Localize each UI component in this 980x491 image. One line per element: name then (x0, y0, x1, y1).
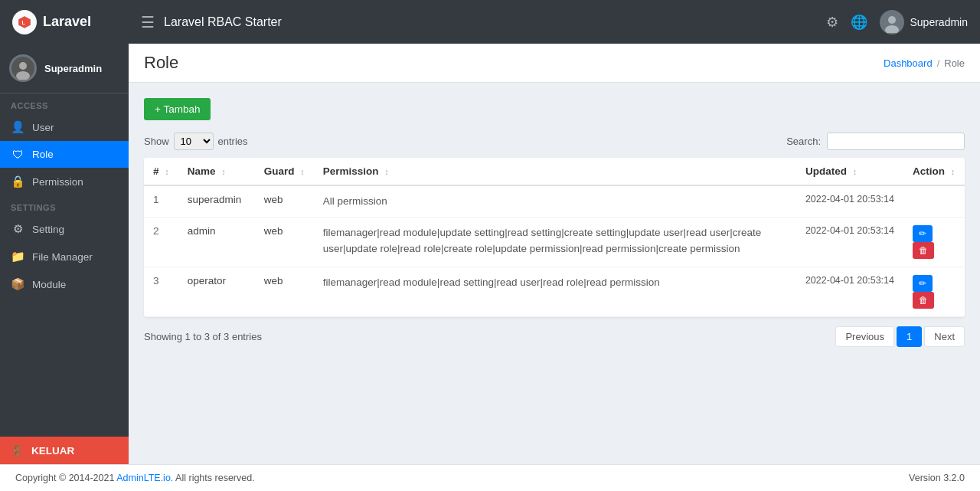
tambah-button[interactable]: + Tambah (144, 98, 211, 120)
app-title: Laravel RBAC Starter (164, 15, 826, 29)
nav-icons: ⚙ 🌐 Superadmin (826, 10, 969, 34)
cell-guard: web (255, 267, 314, 317)
svg-point-5 (19, 62, 27, 70)
keluar-label: KELUAR (31, 445, 74, 457)
next-page-button[interactable]: Next (924, 326, 965, 347)
showing-text: Showing 1 to 3 of 3 entries (144, 331, 262, 342)
show-select[interactable]: 10 25 50 100 (174, 133, 214, 150)
cell-action: ✏🗑 (903, 267, 965, 317)
edit-button[interactable]: ✏ (913, 275, 933, 292)
show-entries: Show 10 25 50 100 entries (144, 133, 248, 150)
hamburger-icon[interactable]: ☰ (141, 13, 155, 31)
cell-action: ✏🗑 (903, 218, 965, 267)
table-row: 2adminwebfilemanager|read module|update … (144, 218, 965, 267)
sidebar-item-permission[interactable]: 🔒 Permission (0, 168, 129, 195)
app-footer: Copyright © 2014-2021 AdminLTE.io. All r… (0, 464, 980, 491)
module-icon: 📦 (11, 277, 24, 291)
table-row: 1superadminwebAll permission2022-04-01 2… (144, 185, 965, 218)
sidebar-section-settings: SETTINGS ⚙ Setting 📁 File Manager 📦 Modu… (0, 195, 129, 298)
brand: L Laravel (12, 10, 141, 34)
delete-button[interactable]: 🗑 (913, 242, 934, 259)
sidebar-item-module[interactable]: 📦 Module (0, 270, 129, 298)
sidebar-section-access: ACCESS 👤 User 🛡 Role 🔒 Permission (0, 93, 129, 195)
footer-brand-link[interactable]: AdminLTE.io. (116, 473, 173, 483)
col-action[interactable]: Action ↕ (903, 158, 965, 185)
cell-permission: All permission (314, 185, 796, 218)
cell-updated: 2022-04-01 20:53:14 (796, 185, 903, 218)
user-name: Superadmin (910, 16, 969, 28)
edit-button[interactable]: ✏ (913, 225, 933, 242)
entries-label: entries (218, 136, 248, 147)
cell-guard: web (255, 218, 314, 267)
cell-updated: 2022-04-01 20:53:14 (796, 218, 903, 267)
user-badge[interactable]: Superadmin (880, 10, 969, 34)
sidebar-item-role[interactable]: 🛡 Role (0, 141, 129, 168)
sidebar-item-user[interactable]: 👤 User (0, 113, 129, 141)
footer-copyright: Copyright © 2014-2021 AdminLTE.io. All r… (15, 473, 255, 483)
sidebar-item-file-manager[interactable]: 📁 File Manager (0, 243, 129, 270)
datatable-footer: Showing 1 to 3 of 3 entries Previous 1 N… (144, 326, 965, 347)
cell-name: admin (178, 218, 255, 267)
cell-permission: filemanager|read module|update setting|r… (314, 218, 796, 267)
content-body: + Tambah Show 10 25 50 100 entries Searc… (129, 83, 980, 362)
delete-button[interactable]: 🗑 (913, 292, 934, 309)
svg-text:L: L (22, 19, 26, 25)
cell-name: operator (178, 267, 255, 317)
breadcrumb-home[interactable]: Dashboard (884, 57, 933, 69)
roles-table-wrapper: # ↕ Name ↕ Guard ↕ Permission ↕ Updated … (144, 158, 965, 317)
col-num[interactable]: # ↕ (144, 158, 178, 185)
sidebar-label-module: Module (32, 279, 66, 290)
sidebar-avatar (9, 54, 37, 82)
sidebar-item-setting[interactable]: ⚙ Setting (0, 215, 129, 243)
show-label: Show (144, 136, 169, 147)
brand-name: Laravel (43, 14, 91, 30)
table-row: 3operatorwebfilemanager|read module|read… (144, 267, 965, 317)
cell-permission: filemanager|read module|read setting|rea… (314, 267, 796, 317)
table-body: 1superadminwebAll permission2022-04-01 2… (144, 185, 965, 317)
page-title: Role (144, 53, 178, 73)
sidebar-username: Superadmin (44, 63, 102, 74)
main-content: Role Dashboard / Role + Tambah Show 10 2… (129, 44, 980, 464)
sidebar-label-setting: Setting (32, 224, 64, 235)
access-section-label: ACCESS (0, 93, 129, 113)
cell-name: superadmin (178, 185, 255, 218)
avatar (880, 10, 904, 34)
permission-icon: 🔒 (11, 175, 24, 188)
col-guard[interactable]: Guard ↕ (255, 158, 314, 185)
top-navbar: L Laravel ☰ Laravel RBAC Starter ⚙ 🌐 Sup… (0, 0, 980, 44)
sidebar-label-file-manager: File Manager (32, 251, 93, 263)
role-icon: 🛡 (11, 148, 24, 161)
roles-table: # ↕ Name ↕ Guard ↕ Permission ↕ Updated … (144, 158, 965, 317)
content-header: Role Dashboard / Role (129, 44, 980, 83)
sidebar-keluar[interactable]: 🚪 KELUAR (0, 437, 129, 464)
sidebar-label-user: User (32, 122, 54, 133)
breadcrumb-current: Role (944, 57, 965, 69)
cell-action (903, 185, 965, 218)
sidebar-user: Superadmin (0, 44, 129, 93)
datatable-controls: Show 10 25 50 100 entries Search: (144, 133, 965, 150)
footer-copyright-text: Copyright © 2014-2021 (15, 473, 116, 483)
breadcrumb: Dashboard / Role (884, 57, 965, 69)
prev-page-button[interactable]: Previous (835, 326, 894, 347)
page-1-button[interactable]: 1 (897, 326, 922, 347)
globe-icon[interactable]: 🌐 (851, 14, 867, 31)
brand-logo: L (12, 10, 37, 34)
user-icon: 👤 (11, 120, 24, 134)
cell-updated: 2022-04-01 20:53:14 (796, 267, 903, 317)
col-updated[interactable]: Updated ↕ (796, 158, 903, 185)
table-header-row: # ↕ Name ↕ Guard ↕ Permission ↕ Updated … (144, 158, 965, 185)
settings-icon[interactable]: ⚙ (826, 14, 838, 31)
cell-num: 1 (144, 185, 178, 218)
svg-point-2 (888, 16, 896, 24)
sidebar-label-role: Role (32, 149, 54, 160)
setting-icon: ⚙ (11, 222, 24, 236)
keluar-icon: 🚪 (11, 444, 24, 457)
settings-section-label: SETTINGS (0, 195, 129, 215)
col-name[interactable]: Name ↕ (178, 158, 255, 185)
search-label: Search: (786, 136, 821, 147)
col-permission[interactable]: Permission ↕ (314, 158, 796, 185)
file-manager-icon: 📁 (11, 250, 24, 264)
cell-num: 2 (144, 218, 178, 267)
search-input[interactable] (827, 133, 965, 150)
sidebar-label-permission: Permission (32, 176, 83, 188)
